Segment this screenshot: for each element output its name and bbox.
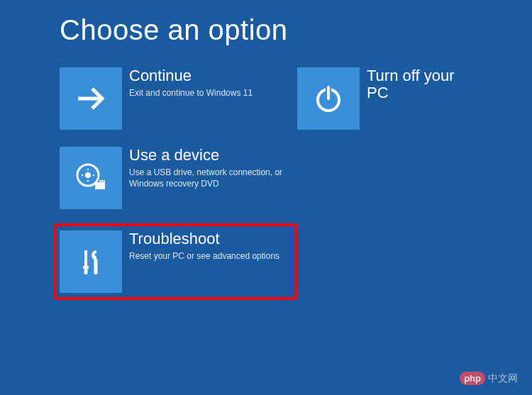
watermark-logo: php bbox=[460, 372, 485, 385]
svg-rect-7 bbox=[95, 182, 105, 189]
option-turn-off-title: Turn off your PC bbox=[367, 67, 467, 101]
option-continue-text: Continue Exit and continue to Windows 11 bbox=[122, 67, 297, 99]
option-troubleshoot-text: Troubleshoot Reset your PC or see advanc… bbox=[122, 230, 292, 262]
power-icon bbox=[297, 67, 360, 130]
option-troubleshoot-title: Troubleshoot bbox=[129, 230, 292, 247]
svg-point-3 bbox=[82, 174, 83, 176]
disc-usb-icon bbox=[60, 147, 122, 209]
option-continue[interactable]: Continue Exit and continue to Windows 11 bbox=[60, 67, 297, 130]
options-column-left: Continue Exit and continue to Windows 11 bbox=[60, 67, 297, 317]
option-use-device-title: Use a device bbox=[129, 147, 297, 164]
option-use-device[interactable]: Use a device Use a USB drive, network co… bbox=[60, 147, 297, 209]
options-grid: Continue Exit and continue to Windows 11 bbox=[60, 67, 472, 317]
options-column-right: Turn off your PC bbox=[297, 67, 467, 317]
option-turn-off[interactable]: Turn off your PC bbox=[297, 67, 467, 130]
option-continue-desc: Exit and continue to Windows 11 bbox=[129, 87, 297, 99]
page-title: Choose an option bbox=[60, 14, 472, 46]
arrow-right-icon bbox=[60, 67, 122, 130]
recovery-screen: Choose an option Continue Exit and conti… bbox=[0, 0, 532, 331]
option-use-device-text: Use a device Use a USB drive, network co… bbox=[122, 147, 297, 190]
svg-rect-10 bbox=[103, 181, 104, 182]
svg-rect-11 bbox=[84, 250, 87, 266]
watermark: php 中文网 bbox=[460, 372, 518, 385]
tools-icon bbox=[60, 230, 122, 293]
option-turn-off-text: Turn off your PC bbox=[360, 67, 467, 104]
watermark-text: 中文网 bbox=[488, 372, 518, 385]
svg-rect-12 bbox=[83, 266, 89, 269]
option-continue-title: Continue bbox=[129, 67, 297, 84]
svg-point-6 bbox=[87, 180, 89, 182]
svg-rect-8 bbox=[99, 180, 105, 183]
option-troubleshoot-desc: Reset your PC or see advanced options bbox=[129, 250, 292, 262]
svg-rect-14 bbox=[94, 259, 98, 274]
option-use-device-desc: Use a USB drive, network connection, or … bbox=[129, 167, 297, 189]
svg-rect-9 bbox=[101, 181, 102, 182]
svg-rect-13 bbox=[84, 269, 88, 274]
svg-point-4 bbox=[93, 174, 94, 176]
svg-point-5 bbox=[87, 169, 89, 170]
option-troubleshoot[interactable]: Troubleshoot Reset your PC or see advanc… bbox=[54, 223, 297, 300]
svg-point-2 bbox=[85, 172, 91, 178]
